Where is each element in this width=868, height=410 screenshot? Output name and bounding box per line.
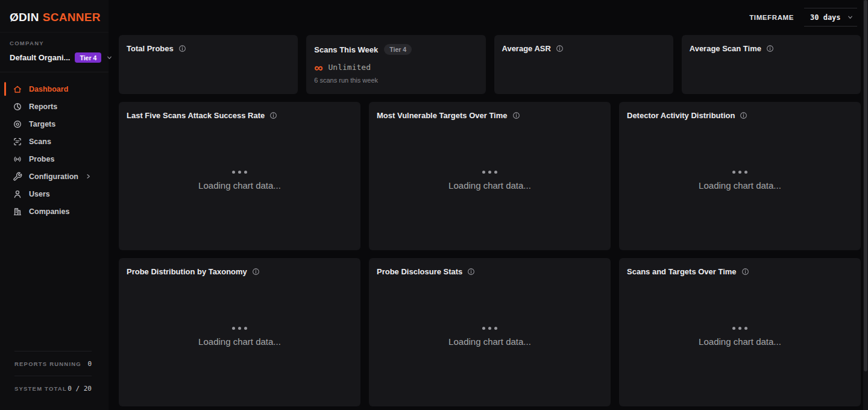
reports-running-value: 0 bbox=[87, 360, 92, 368]
system-total-value: 0 / 20 bbox=[68, 385, 92, 393]
card-title: Probe Distribution by Taxonomy bbox=[127, 267, 247, 276]
vertical-scrollbar[interactable] bbox=[863, 0, 868, 410]
scans-subtext: 6 scans run this week bbox=[314, 77, 477, 84]
card-title: Average ASR bbox=[502, 44, 551, 53]
sidebar: ØDINSCANNER COMPANY Default Organi... Ti… bbox=[0, 0, 108, 410]
sidebar-item-label: Scans bbox=[29, 137, 51, 146]
info-icon[interactable] bbox=[252, 268, 260, 276]
scan-frame-icon bbox=[13, 137, 22, 147]
sidebar-item-label: Reports bbox=[29, 102, 57, 111]
loading-dots-icon bbox=[482, 327, 497, 330]
sidebar-item-targets[interactable]: Targets bbox=[0, 115, 108, 133]
info-icon[interactable] bbox=[740, 112, 747, 119]
sidebar-item-label: Users bbox=[29, 190, 50, 198]
loading-dots-icon bbox=[232, 327, 247, 330]
chevron-down-icon bbox=[847, 14, 854, 20]
scans-limit-value: Unlimited bbox=[329, 63, 371, 72]
chart-cards-row-1: Last Five Scans Attack Success Rate Load… bbox=[119, 102, 861, 250]
loading-text: Loading chart data... bbox=[198, 336, 281, 347]
card-title: Last Five Scans Attack Success Rate bbox=[127, 111, 265, 120]
info-icon[interactable] bbox=[269, 112, 277, 119]
probe-disclosure-stats-card: Probe Disclosure Stats Loading chart dat… bbox=[369, 258, 611, 406]
sidebar-item-probes[interactable]: Probes bbox=[0, 150, 108, 168]
loading-dots-icon bbox=[482, 171, 497, 174]
app-root: ØDINSCANNER COMPANY Default Organi... Ti… bbox=[0, 0, 868, 410]
card-title: Scans and Targets Over Time bbox=[627, 267, 737, 276]
chart-loading-state: Loading chart data... bbox=[627, 120, 853, 241]
info-icon[interactable] bbox=[741, 268, 749, 276]
building-icon bbox=[13, 207, 22, 216]
sidebar-item-configuration[interactable]: Configuration bbox=[0, 168, 108, 185]
company-section: COMPANY Default Organi... Tier 4 bbox=[0, 33, 108, 72]
loading-text: Loading chart data... bbox=[448, 336, 531, 347]
company-name: Default Organi... bbox=[10, 53, 70, 62]
app-logo: ØDINSCANNER bbox=[0, 0, 108, 33]
scans-this-week-card: Scans This Week Tier 4 ∞ Unlimited 6 sca… bbox=[306, 35, 485, 94]
sidebar-item-label: Probes bbox=[29, 155, 54, 163]
average-asr-card: Average ASR bbox=[494, 35, 673, 94]
most-vulnerable-targets-card: Most Vulnerable Targets Over Time Loadin… bbox=[369, 102, 611, 250]
sidebar-item-scans[interactable]: Scans bbox=[0, 133, 108, 150]
detector-activity-card: Detector Activity Distribution Loading c… bbox=[619, 102, 861, 250]
stat-cards-row: Total Probes Scans This Week Tier 4 ∞ Un… bbox=[119, 35, 861, 94]
dashboard-content: Total Probes Scans This Week Tier 4 ∞ Un… bbox=[108, 34, 868, 410]
chart-loading-state: Loading chart data... bbox=[627, 276, 853, 397]
chart-loading-state: Loading chart data... bbox=[377, 276, 603, 397]
logo-secondary: SCANNER bbox=[43, 11, 101, 24]
tier-pill-badge: Tier 4 bbox=[384, 44, 412, 55]
company-label: COMPANY bbox=[10, 40, 99, 46]
target-icon bbox=[13, 119, 22, 129]
loading-text: Loading chart data... bbox=[198, 180, 281, 191]
sidebar-item-label: Targets bbox=[29, 120, 55, 128]
info-icon[interactable] bbox=[766, 45, 774, 52]
sidebar-item-label: Dashboard bbox=[29, 85, 68, 93]
info-icon[interactable] bbox=[512, 112, 520, 119]
card-title: Average Scan Time bbox=[690, 44, 761, 53]
info-icon[interactable] bbox=[556, 45, 564, 52]
average-scan-time-card: Average Scan Time bbox=[682, 35, 861, 94]
tier-badge: Tier 4 bbox=[75, 52, 101, 63]
timeframe-select[interactable]: 30 days bbox=[804, 8, 857, 27]
sidebar-nav: Dashboard Reports Targets Scans bbox=[0, 72, 108, 228]
broadcast-icon bbox=[13, 154, 22, 164]
sidebar-item-reports[interactable]: Reports bbox=[0, 98, 108, 115]
user-icon bbox=[13, 189, 22, 199]
timeframe-value: 30 days bbox=[810, 13, 841, 22]
card-title: Total Probes bbox=[127, 44, 174, 53]
scrollbar-thumb[interactable] bbox=[864, 0, 867, 371]
active-indicator bbox=[4, 82, 6, 96]
sidebar-item-users[interactable]: Users bbox=[0, 185, 108, 203]
system-total-stat: SYSTEM TOTAL 0 / 20 bbox=[14, 376, 92, 400]
info-icon[interactable] bbox=[178, 45, 186, 52]
infinity-icon: ∞ bbox=[314, 63, 322, 72]
total-probes-card: Total Probes bbox=[119, 35, 298, 94]
company-selector[interactable]: Default Organi... Tier 4 bbox=[10, 52, 99, 63]
last-five-scans-asr-card: Last Five Scans Attack Success Rate Load… bbox=[119, 102, 360, 250]
chart-loading-state: Loading chart data... bbox=[377, 120, 603, 241]
loading-text: Loading chart data... bbox=[699, 180, 781, 191]
sidebar-item-dashboard[interactable]: Dashboard bbox=[0, 80, 108, 98]
probe-distribution-taxonomy-card: Probe Distribution by Taxonomy Loading c… bbox=[119, 258, 360, 406]
card-title: Detector Activity Distribution bbox=[627, 111, 735, 120]
home-icon bbox=[13, 84, 22, 94]
chart-cards-row-2: Probe Distribution by Taxonomy Loading c… bbox=[119, 258, 861, 406]
loading-dots-icon bbox=[232, 171, 247, 174]
logo-primary: ØDIN bbox=[10, 11, 39, 24]
sidebar-item-label: Configuration bbox=[29, 172, 78, 181]
sidebar-stats: REPORTS RUNNING 0 SYSTEM TOTAL 0 / 20 bbox=[0, 351, 108, 410]
card-title: Most Vulnerable Targets Over Time bbox=[377, 111, 508, 120]
card-title: Probe Disclosure Stats bbox=[377, 267, 462, 276]
chart-loading-state: Loading chart data... bbox=[127, 120, 353, 241]
info-icon[interactable] bbox=[467, 268, 475, 276]
loading-dots-icon bbox=[732, 171, 747, 174]
timeframe-label: TIMEFRAME bbox=[749, 14, 794, 21]
chevron-right-icon bbox=[85, 173, 92, 180]
card-title: Scans This Week bbox=[314, 45, 378, 54]
chart-loading-state: Loading chart data... bbox=[127, 276, 353, 397]
wrench-icon bbox=[13, 172, 22, 181]
reports-running-stat: REPORTS RUNNING 0 bbox=[14, 351, 92, 376]
sidebar-item-companies[interactable]: Companies bbox=[0, 203, 108, 220]
loading-dots-icon bbox=[732, 327, 747, 330]
system-total-label: SYSTEM TOTAL bbox=[14, 385, 67, 392]
main-area: TIMEFRAME 30 days Total Probes bbox=[108, 0, 868, 410]
